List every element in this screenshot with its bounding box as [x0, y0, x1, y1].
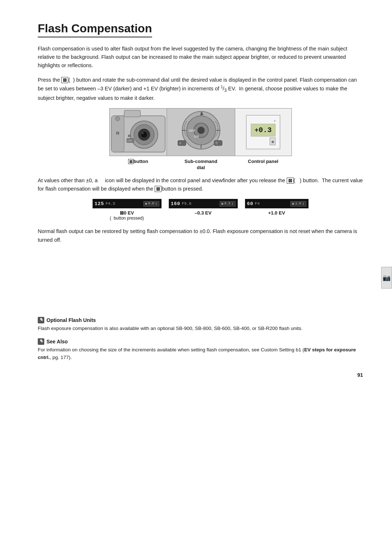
note-optional-flash-body: Flash exposure compensation is also avai… — [38, 325, 363, 332]
page-number: 91 — [357, 372, 363, 378]
second-paragraph: Press the ⊠( ) button and rotate the sub… — [38, 76, 363, 102]
check-button-symbol: ⊠ — [61, 77, 68, 83]
svg-point-22 — [197, 127, 205, 134]
svg-point-6 — [142, 132, 144, 134]
vf-example-pos10: 60 F4 ⊠ 1.0 ↕ +1.0 EV — [245, 199, 309, 221]
note-icon-2: ✎ — [38, 338, 44, 345]
vf-example-neg03: 160 F5.6 ⊠ 0.3 ↕ –0.3 EV — [169, 199, 238, 221]
note-see-also: ✎ See Also For information on choosing t… — [38, 338, 363, 362]
vf-example-0ev: 125 F4.5 ⊠ 0.0 ↕ ⊠0 EV ( button pressed) — [93, 199, 162, 221]
camera-icon: 📷 — [383, 274, 391, 282]
svg-text:▲: ▲ — [199, 110, 205, 116]
intro-paragraph: Flash compensation is used to alter flas… — [38, 45, 363, 70]
page-title: Flash Compensation — [38, 22, 152, 37]
viewfinder-examples: 125 F4.5 ⊠ 0.0 ↕ ⊠0 EV ( button pressed)… — [38, 199, 363, 221]
svg-text:OFF: OFF — [189, 129, 195, 132]
svg-rect-7 — [124, 110, 140, 117]
svg-point-8 — [115, 117, 120, 121]
dial-illustration: ▲ OFF ON ⊙ — [167, 109, 235, 156]
svg-text:n: n — [116, 130, 119, 136]
svg-text:D90: D90 — [127, 139, 132, 142]
camera-body-illustration: n ⊠ D90 — [110, 109, 167, 156]
fourth-paragraph: Normal flash output can be restored by s… — [38, 227, 363, 244]
illustration-labels: ⊠button Sub-commanddial Control panel — [110, 156, 291, 171]
dial-label: Sub-commanddial — [167, 156, 235, 171]
illustrations-container: n ⊠ D90 ▲ — [38, 108, 363, 171]
svg-text:☰: ☰ — [215, 142, 218, 145]
note-see-also-title: ✎ See Also — [38, 338, 363, 345]
svg-text:⊙: ⊙ — [179, 142, 181, 145]
note-icon-1: ✎ — [38, 317, 44, 323]
vf-subcap-0ev: ( button pressed) — [110, 216, 144, 221]
svg-text:⊠: ⊠ — [128, 134, 131, 138]
camera-button-label: ⊠button — [110, 156, 167, 171]
note-optional-flash: ✎ Optional Flash Units Flash exposure co… — [38, 317, 363, 332]
control-panel-illustration: s +0.3 ⊠ — [235, 109, 291, 156]
svg-text:ON: ON — [194, 135, 199, 138]
page-tab[interactable]: 📷 — [381, 267, 392, 289]
third-paragraph: At values other than ±0, a icon will be … — [38, 176, 363, 193]
notes-section: ✎ Optional Flash Units Flash exposure co… — [38, 317, 363, 362]
note-optional-flash-title: ✎ Optional Flash Units — [38, 317, 363, 323]
note-see-also-body: For information on choosing the size of … — [38, 346, 363, 362]
control-panel-label: Control panel — [235, 156, 291, 171]
